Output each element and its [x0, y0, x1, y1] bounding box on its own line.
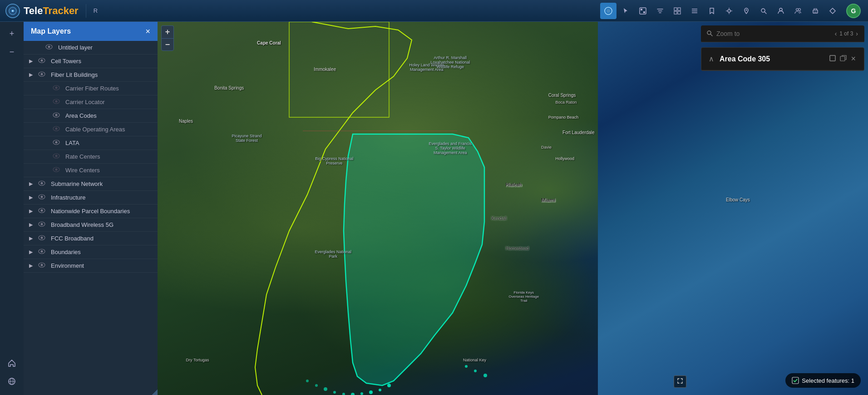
fullscreen-btn[interactable] [674, 375, 686, 388]
eye-icon-cell-towers [38, 58, 47, 65]
sidebar-globe-btn[interactable] [4, 373, 20, 390]
city-kendall: Kendall [492, 216, 507, 221]
svg-point-1 [12, 10, 14, 12]
tool-list-btn[interactable] [686, 3, 703, 19]
eye-icon-boundaries [38, 249, 47, 255]
tool-person-btn[interactable] [773, 3, 789, 19]
layer-item-area-codes[interactable]: Area Codes [24, 109, 158, 123]
layer-item-fiber-lit[interactable]: ▶ Fiber Lit Buildings [24, 68, 158, 82]
svg-point-78 [483, 374, 487, 377]
svg-point-31 [48, 46, 50, 48]
layer-name-broadband-5g: Broadband Wireless 5G [51, 221, 113, 228]
svg-rect-83 [840, 56, 845, 61]
city-elbow-cays: Elbow Cays [726, 197, 750, 202]
tool-pointer-btn[interactable] [617, 3, 634, 19]
eye-icon-submarine [38, 180, 47, 187]
svg-point-59 [41, 237, 43, 239]
layer-item-carrier-fiber[interactable]: Carrier Fiber Routes [24, 82, 158, 95]
svg-point-47 [55, 155, 58, 157]
search-prev-btn[interactable]: ‹ [834, 29, 838, 38]
city-miami: Miami [541, 197, 555, 203]
tool-layers-btn[interactable] [600, 3, 616, 19]
svg-point-66 [387, 384, 391, 387]
svg-line-81 [710, 34, 712, 36]
panel-resize-handle[interactable] [152, 390, 158, 395]
tool-satellite-btn[interactable] [721, 3, 737, 19]
search-next-btn[interactable]: › [855, 29, 859, 38]
svg-point-67 [379, 389, 381, 391]
layer-item-nationwide[interactable]: ▶ Nationwide Parcel Boundaries [24, 205, 158, 218]
layer-item-fcc-broadband[interactable]: ▶ FCC Broadband [24, 232, 158, 245]
tool-filter-btn[interactable] [652, 3, 668, 19]
tool-bookmark-btn[interactable] [704, 3, 720, 19]
svg-point-55 [41, 210, 43, 212]
layer-name-cell-towers: Cell Towers [51, 58, 81, 65]
layer-item-boundaries[interactable]: ▶ Boundaries [24, 245, 158, 259]
search-icon [706, 30, 713, 38]
layer-item-cable-areas[interactable]: Cable Operating Areas [24, 123, 158, 136]
layers-header: Map Layers × [24, 22, 158, 41]
sidebar-minus-btn[interactable]: − [4, 44, 20, 60]
svg-rect-8 [678, 8, 681, 10]
layer-name-submarine: Submarine Network [51, 180, 103, 187]
expand-icon-infrastructure: ▶ [29, 195, 36, 200]
city-dry-tortugas: Dry Tortugas [186, 358, 209, 362]
layer-item-wire-centers[interactable]: Wire Centers [24, 164, 158, 177]
tool-print-btn[interactable] [807, 3, 824, 19]
user-avatar: G [846, 4, 861, 18]
eye-icon-lata [53, 140, 62, 146]
popup-clone-btn[interactable] [839, 53, 848, 65]
layer-item-broadband-5g[interactable]: ▶ Broadband Wireless 5G [24, 218, 158, 232]
layer-item-cell-towers[interactable]: ▶ Cell Towers [24, 55, 158, 68]
svg-rect-6 [643, 11, 645, 13]
popup-close-btn[interactable]: × [850, 53, 857, 65]
expand-icon-boundaries: ▶ [29, 249, 36, 255]
svg-point-41 [55, 114, 58, 116]
layer-name-lata: LATA [65, 140, 79, 146]
svg-point-35 [41, 73, 43, 75]
sidebar-home-btn[interactable] [4, 355, 20, 371]
tool-users-btn[interactable] [790, 3, 806, 19]
eye-icon-fiber-lit [38, 71, 47, 78]
svg-point-73 [324, 387, 327, 391]
area-everglades-national: Everglades National Park [314, 250, 352, 259]
map-area[interactable]: Cape Coral Bonita Springs Naples Immokal… [158, 22, 868, 395]
eye-icon-wire-centers [53, 167, 62, 174]
selected-count-text: Selected features: 1 [802, 377, 854, 384]
layers-panel: Map Layers × Untitled layer ▶ Cell Tower… [24, 22, 158, 395]
city-pompano: Pompano Beach [548, 115, 579, 120]
svg-point-22 [779, 8, 782, 11]
city-bonita-springs: Bonita Springs [214, 85, 244, 90]
svg-point-3 [607, 9, 610, 13]
layer-name-boundaries: Boundaries [51, 249, 81, 255]
search-nav: ‹ 1 of 3 › [834, 29, 859, 38]
layer-name-cable-areas: Cable Operating Areas [65, 126, 125, 133]
tool-grid-btn[interactable] [669, 3, 686, 19]
layer-item-untitled[interactable]: Untitled layer [24, 41, 158, 55]
layer-item-lata[interactable]: LATA [24, 136, 158, 150]
city-naples: Naples [179, 119, 193, 124]
layer-item-infrastructure[interactable]: ▶ Infrastructure [24, 191, 158, 205]
search-input[interactable] [716, 30, 830, 37]
svg-rect-9 [674, 11, 677, 14]
tool-search-btn[interactable] [755, 3, 772, 19]
zoom-in-btn[interactable]: + [161, 25, 174, 38]
tool-diamond-btn[interactable] [824, 3, 841, 19]
svg-rect-26 [814, 12, 817, 12]
svg-rect-10 [678, 11, 681, 14]
layer-name-wire-centers: Wire Centers [65, 167, 100, 174]
navbar-label: R [88, 7, 98, 14]
popup-expand-btn[interactable] [828, 53, 837, 65]
city-national-key: National Key [463, 358, 486, 362]
zoom-out-btn[interactable]: − [161, 38, 174, 51]
layer-item-rate-centers[interactable]: Rate Centers [24, 150, 158, 164]
layer-item-submarine[interactable]: ▶ Submarine Network [24, 177, 158, 191]
tool-imagery-btn[interactable] [635, 3, 651, 19]
layer-item-environment[interactable]: ▶ Environment [24, 259, 158, 273]
layers-close-btn[interactable]: × [145, 27, 150, 35]
tool-location-btn[interactable] [738, 3, 755, 19]
layer-item-carrier-locator[interactable]: Carrier Locator [24, 95, 158, 109]
sidebar-add-btn[interactable]: + [4, 25, 20, 42]
svg-rect-82 [830, 55, 835, 61]
svg-point-75 [306, 380, 309, 382]
